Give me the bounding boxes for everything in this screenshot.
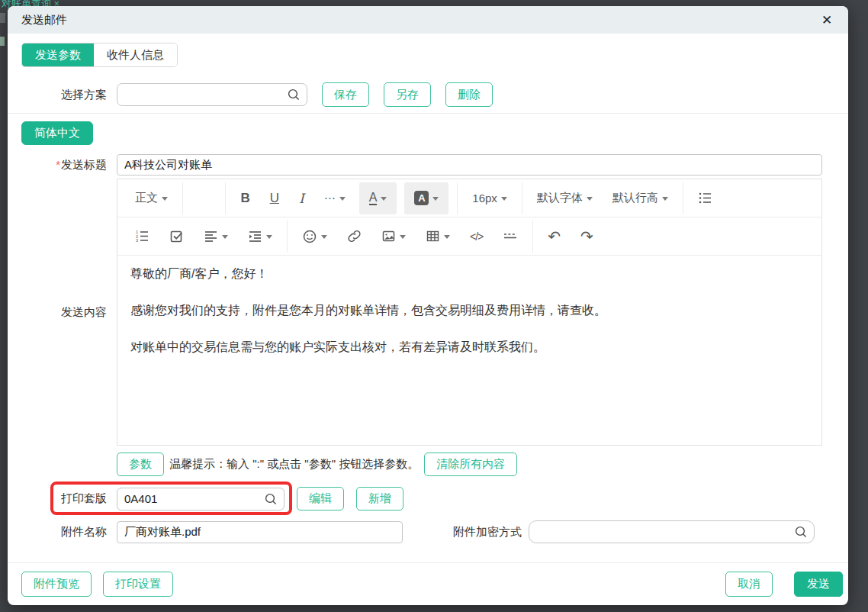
content-label: 发送内容: [8, 305, 117, 320]
print-template-input[interactable]: [117, 488, 285, 511]
chevron-down-icon: [266, 235, 272, 239]
email-paragraph: 对账单中的交易信息需与您的账户实际支出核对，若有差异请及时联系我们。: [130, 339, 809, 356]
subject-row: *发送标题: [8, 154, 848, 176]
encryption-field: [529, 520, 815, 543]
svg-text:3: 3: [136, 238, 138, 243]
ordered-list-button[interactable]: 1 2 3: [125, 223, 159, 250]
toolbar-separator: [457, 182, 458, 214]
toolbar-separator: [532, 221, 533, 253]
email-paragraph: 感谢您对我们的支持，附件是您本月的对账单详情，包含交易明细及费用详情，请查收。: [130, 302, 809, 319]
chevron-down-icon: [444, 235, 450, 239]
required-asterisk: *: [56, 158, 60, 171]
search-icon[interactable]: [794, 525, 808, 539]
save-button[interactable]: 保存: [322, 82, 369, 107]
toolbar-separator: [182, 182, 183, 214]
background-fragment: [0, 37, 5, 46]
attachment-name-input[interactable]: [117, 521, 403, 543]
code-button[interactable]: </>: [460, 223, 493, 250]
blockquote-button[interactable]: “: [188, 185, 220, 212]
close-icon: ✕: [821, 12, 832, 27]
search-icon[interactable]: [264, 492, 278, 506]
indent-icon: [248, 229, 262, 243]
editor-toolbar-row-1: 正文 “ B U I ⋯ A A 16px 默认字体 默认行高: [117, 179, 821, 217]
chevron-down-icon: [587, 197, 593, 201]
email-body-editor[interactable]: 尊敬的厂商/客户，您好！ 感谢您对我们的支持，附件是您本月的对账单详情，包含交易…: [117, 256, 821, 445]
chevron-down-icon: [321, 235, 327, 239]
language-button[interactable]: 简体中文: [21, 121, 93, 145]
chevron-down-icon: [222, 235, 228, 239]
chevron-down-icon: [400, 235, 406, 239]
emoji-dropdown[interactable]: [292, 223, 337, 250]
task-list-button[interactable]: [159, 223, 194, 250]
dialog-header: 发送邮件 ✕: [8, 6, 848, 34]
send-button[interactable]: 发送: [794, 572, 843, 597]
font-color-dropdown[interactable]: A: [359, 182, 397, 214]
smiley-icon: [302, 229, 317, 244]
email-paragraph: 尊敬的厂商/客户，您好！: [130, 266, 809, 282]
send-mail-dialog: 发送邮件 ✕ 发送参数 收件人信息 选择方案 保存 另存 删除: [8, 6, 848, 605]
print-template-label: 打印套版: [8, 491, 117, 506]
params-row: 参数 温馨提示：输入 ":" 或点击 "参数" 按钮选择参数。 清除所有内容: [8, 453, 848, 476]
attachment-row: 附件名称 附件加密方式: [8, 520, 848, 543]
redo-icon: ↷: [580, 227, 593, 246]
more-formats-dropdown[interactable]: ⋯: [314, 185, 355, 212]
dialog-footer: 附件预览 打印设置 取消 发送: [8, 562, 848, 605]
chevron-down-icon: [339, 197, 346, 201]
bullet-list-button[interactable]: [688, 185, 722, 212]
cancel-button[interactable]: 取消: [725, 572, 773, 597]
font-size-dropdown[interactable]: 16px: [462, 185, 517, 212]
footer-right: 取消 发送: [725, 572, 843, 597]
link-icon: [347, 229, 362, 243]
search-icon[interactable]: [287, 88, 301, 101]
dialog-title: 发送邮件: [21, 13, 818, 27]
add-button[interactable]: 新增: [356, 487, 403, 511]
image-dropdown[interactable]: [371, 223, 416, 250]
toolbar-separator: [683, 182, 683, 214]
scheme-row: 选择方案 保存 另存 删除: [8, 82, 848, 107]
chevron-down-icon: [162, 197, 168, 201]
horizontal-rule-button[interactable]: [493, 223, 528, 250]
quote-icon: “: [198, 192, 211, 205]
tab-send-params[interactable]: 发送参数: [22, 43, 94, 66]
subject-label: *发送标题: [8, 158, 117, 172]
undo-button[interactable]: ↶: [538, 223, 571, 250]
redo-button[interactable]: ↷: [571, 223, 603, 250]
chevron-down-icon: [501, 197, 507, 201]
table-dropdown[interactable]: [416, 223, 460, 250]
ordered-list-icon: 1 2 3: [135, 229, 149, 243]
link-button[interactable]: [337, 223, 371, 250]
scheme-field: [117, 83, 307, 106]
font-family-dropdown[interactable]: 默认字体: [527, 185, 603, 212]
delete-button[interactable]: 删除: [445, 82, 493, 107]
subject-input[interactable]: [117, 154, 822, 176]
scheme-input[interactable]: [117, 83, 307, 106]
checkbox-icon: [169, 229, 184, 243]
italic-button[interactable]: I: [289, 185, 314, 212]
table-icon: [426, 229, 440, 243]
clear-all-button[interactable]: 清除所有内容: [424, 453, 517, 476]
attachment-preview-button[interactable]: 附件预览: [21, 572, 92, 597]
background-fragment: [0, 13, 5, 23]
save-as-button[interactable]: 另存: [384, 82, 431, 107]
edit-button[interactable]: 编辑: [297, 487, 344, 511]
params-tip: 温馨提示：输入 ":" 或点击 "参数" 按钮选择参数。: [169, 457, 419, 472]
tab-recipient-info[interactable]: 收件人信息: [94, 43, 177, 66]
bold-button[interactable]: B: [230, 185, 259, 212]
underline-button[interactable]: U: [260, 185, 289, 212]
tab-group: 发送参数 收件人信息: [21, 43, 178, 67]
toolbar-separator: [287, 221, 288, 253]
params-button[interactable]: 参数: [117, 453, 164, 476]
scheme-label: 选择方案: [8, 88, 117, 102]
dialog-body: 发送参数 收件人信息 选择方案 保存 另存 删除 简体中文 *发送标题: [8, 34, 848, 562]
section-divider: [8, 113, 848, 114]
indent-dropdown[interactable]: [238, 223, 282, 250]
align-dropdown[interactable]: [194, 223, 238, 250]
chevron-down-icon: [381, 197, 387, 201]
encryption-input[interactable]: [529, 520, 815, 543]
print-settings-button[interactable]: 打印设置: [103, 572, 173, 597]
line-height-dropdown[interactable]: 默认行高: [603, 185, 678, 212]
close-button[interactable]: ✕: [818, 11, 836, 29]
background-color-dropdown[interactable]: A: [404, 182, 448, 214]
align-left-icon: [204, 229, 218, 243]
paragraph-style-dropdown[interactable]: 正文: [125, 185, 178, 212]
